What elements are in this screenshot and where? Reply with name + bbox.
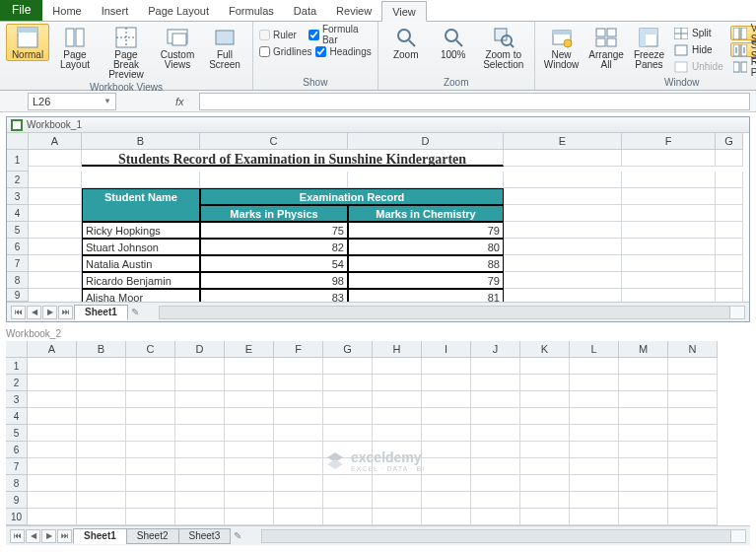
- chemistry-header[interactable]: Marks in Chemistry: [348, 205, 504, 222]
- grid-cell[interactable]: [716, 255, 743, 272]
- grid-cell[interactable]: [668, 391, 718, 408]
- grid-cell[interactable]: [622, 255, 716, 272]
- grid-cell[interactable]: [422, 509, 471, 525]
- grid-cell[interactable]: [225, 475, 274, 492]
- grid-cell[interactable]: [225, 492, 274, 509]
- grid-cell[interactable]: [520, 375, 570, 391]
- grid-cell[interactable]: [504, 222, 622, 239]
- grid-cell[interactable]: [520, 408, 570, 425]
- sheet-nav-prev[interactable]: ◀: [27, 306, 41, 319]
- grid-cell[interactable]: [175, 442, 225, 458]
- row-header[interactable]: 6: [7, 239, 29, 255]
- grid-cell[interactable]: [570, 442, 619, 458]
- grid-cell[interactable]: [175, 391, 225, 408]
- grid-cell[interactable]: [570, 475, 619, 492]
- select-all-cell[interactable]: [6, 341, 28, 358]
- physics-cell[interactable]: 75: [200, 222, 348, 239]
- student-name-cell[interactable]: Alisha Moor: [82, 289, 200, 302]
- tab-insert[interactable]: Insert: [92, 0, 139, 21]
- grid-cell[interactable]: [619, 391, 668, 408]
- grid-cell[interactable]: [28, 425, 77, 442]
- grid-cell[interactable]: [126, 492, 175, 509]
- grid-cell[interactable]: [225, 375, 274, 391]
- new-window-button[interactable]: New Window: [541, 24, 583, 71]
- col-header[interactable]: D: [175, 341, 225, 358]
- grid-cell[interactable]: [471, 475, 520, 492]
- grid-cell[interactable]: [422, 408, 471, 425]
- grid-cell[interactable]: [504, 205, 622, 222]
- grid-cell[interactable]: [619, 475, 668, 492]
- col-header[interactable]: E: [225, 341, 274, 358]
- hide-button[interactable]: Hide: [671, 42, 726, 57]
- grid-cell[interactable]: [716, 205, 743, 222]
- sheet-nav-last[interactable]: ⏭: [58, 306, 73, 319]
- student-name-header-2[interactable]: [82, 205, 200, 222]
- physics-cell[interactable]: 83: [200, 289, 348, 302]
- grid-cell[interactable]: [520, 358, 570, 375]
- grid-cell[interactable]: [373, 358, 422, 375]
- row-header[interactable]: 10: [6, 509, 28, 525]
- col-header[interactable]: K: [520, 341, 570, 358]
- student-name-cell[interactable]: Ricky Hopkings: [82, 222, 200, 239]
- grid-cell[interactable]: [716, 239, 743, 255]
- grid-cell[interactable]: [323, 425, 373, 442]
- grid-cell[interactable]: [504, 255, 622, 272]
- grid-cell[interactable]: [619, 492, 668, 509]
- grid-cell[interactable]: [348, 172, 504, 188]
- grid-cell[interactable]: [716, 188, 743, 205]
- row-header[interactable]: 4: [6, 408, 28, 425]
- grid-cell[interactable]: [175, 458, 225, 475]
- grid-cell[interactable]: [373, 458, 422, 475]
- grid-cell[interactable]: [373, 391, 422, 408]
- grid-cell[interactable]: [323, 458, 373, 475]
- grid-cell[interactable]: [126, 391, 175, 408]
- grid-cell[interactable]: [422, 458, 471, 475]
- grid-cell[interactable]: [504, 272, 622, 289]
- row-header[interactable]: 7: [6, 458, 28, 475]
- sheet-nav-next[interactable]: ▶: [42, 306, 57, 319]
- grid-cell[interactable]: [82, 172, 200, 188]
- grid-cell[interactable]: [126, 442, 175, 458]
- grid-cell[interactable]: [716, 172, 743, 188]
- grid-cell[interactable]: [200, 172, 348, 188]
- grid-cell[interactable]: [668, 475, 718, 492]
- grid-cell[interactable]: [323, 375, 373, 391]
- grid-cell[interactable]: [520, 391, 570, 408]
- col-header[interactable]: F: [622, 133, 716, 150]
- grid-cell[interactable]: [225, 425, 274, 442]
- row-header[interactable]: 5: [7, 222, 29, 239]
- grid-cell[interactable]: [28, 391, 77, 408]
- col-header[interactable]: B: [82, 133, 200, 150]
- grid-cell[interactable]: [77, 375, 126, 391]
- grid-cell[interactable]: [274, 408, 323, 425]
- grid-cell[interactable]: [471, 358, 520, 375]
- grid-cell[interactable]: [274, 492, 323, 509]
- grid-cell[interactable]: [622, 188, 716, 205]
- grid-cell[interactable]: [622, 222, 716, 239]
- col-header[interactable]: N: [668, 341, 718, 358]
- grid-cell[interactable]: [373, 492, 422, 509]
- row-header[interactable]: 5: [6, 425, 28, 442]
- grid-cell[interactable]: [619, 375, 668, 391]
- col-header[interactable]: I: [422, 341, 471, 358]
- grid-cell[interactable]: [373, 509, 422, 525]
- unhide-button[interactable]: Unhide: [671, 59, 726, 74]
- sheet-tab[interactable]: Sheet1: [74, 305, 128, 320]
- grid-cell[interactable]: [126, 408, 175, 425]
- gridlines-checkbox[interactable]: Gridlines: [259, 44, 311, 58]
- zoom-selection-button[interactable]: Zoom to Selection: [479, 24, 528, 71]
- grid-cell[interactable]: [77, 492, 126, 509]
- grid-cell[interactable]: [323, 408, 373, 425]
- select-all-cell[interactable]: [7, 133, 29, 150]
- grid-cell[interactable]: [225, 391, 274, 408]
- sheet-tab[interactable]: Sheet3: [178, 528, 232, 544]
- grid-cell[interactable]: [504, 150, 622, 167]
- grid-cell[interactable]: [622, 239, 716, 255]
- reset-window-position-button[interactable]: Reset Window Position: [730, 59, 756, 74]
- grid-cell[interactable]: [175, 475, 225, 492]
- fx-icon[interactable]: fx: [175, 96, 195, 107]
- horizontal-scrollbar[interactable]: [159, 306, 745, 319]
- grid-cell[interactable]: [422, 475, 471, 492]
- exam-record-header[interactable]: Examination Record: [200, 188, 504, 205]
- grid-cell[interactable]: [619, 408, 668, 425]
